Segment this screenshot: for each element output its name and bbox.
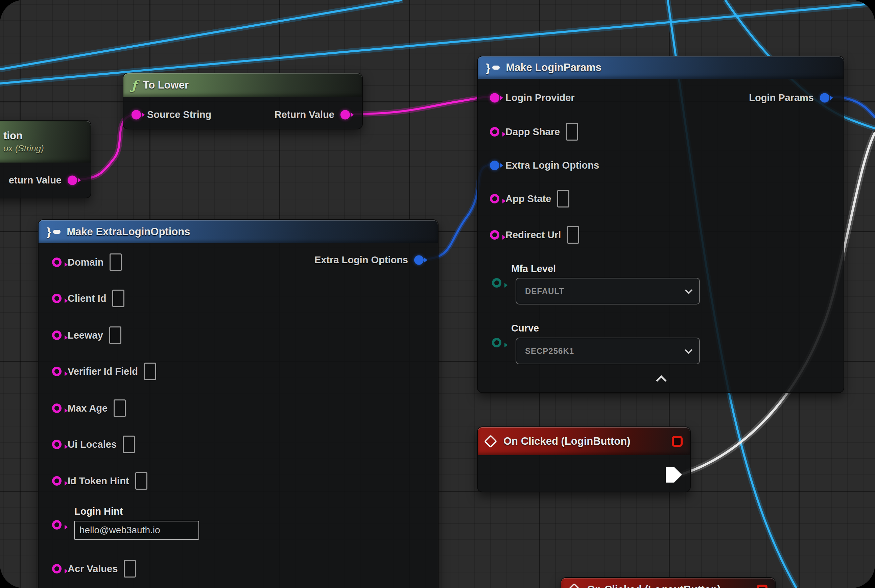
output-pin-extra-login-options[interactable] [414, 255, 424, 265]
node-subtitle: ox (String) [3, 143, 44, 154]
input-pin-max-age[interactable] [52, 404, 62, 413]
mfa-level-label: Mfa Level [511, 263, 556, 274]
chevron-down-icon [685, 346, 693, 354]
make-struct-icon: } [486, 61, 500, 74]
input-pin-dapp-share[interactable] [490, 127, 499, 136]
id-token-hint-checkbox[interactable] [135, 472, 147, 490]
input-pin-id-token-hint[interactable] [52, 476, 62, 486]
app-state-checkbox[interactable] [557, 190, 569, 207]
node-title: On Clicked (LoginButton) [504, 435, 630, 447]
exec-output-pin[interactable] [666, 467, 682, 483]
node-title: Make LoginParams [506, 62, 601, 74]
verifier-id-field-checkbox[interactable] [144, 363, 156, 380]
pin-row: Max Age [52, 399, 126, 417]
node-on-clicked-login-button[interactable]: On Clicked (LoginButton) [477, 426, 691, 492]
mfa-level-value: DEFAULT [525, 286, 564, 296]
pin-row: Leeway [52, 327, 121, 344]
pin-row: Client Id [52, 290, 125, 307]
input-pin-ui-locales[interactable] [52, 440, 62, 449]
pin-row: Verifier Id Field [52, 363, 156, 380]
curve-value: SECP256K1 [525, 346, 574, 356]
output-pin-login-params[interactable] [820, 93, 829, 102]
pin-row: Domain [52, 254, 122, 271]
input-pin-redirect-url[interactable] [490, 230, 499, 240]
pin-row: App State [490, 190, 569, 207]
pin-label: Return Value [275, 109, 334, 120]
curve-label: Curve [511, 323, 539, 334]
pin-label: Source String [147, 109, 211, 120]
pin-label: Extra Login Options [314, 255, 408, 266]
node-partial-function[interactable]: tion ox (String) eturn Value [0, 120, 91, 198]
node-header[interactable]: On Clicked (LogoutButton) [561, 578, 775, 588]
pin-row: Ui Locales [52, 436, 135, 453]
node-to-lower[interactable]: ƒ To Lower Source String Return Value [123, 73, 363, 129]
leeway-checkbox[interactable] [109, 327, 121, 344]
event-diamond-icon [567, 583, 581, 588]
pin-label: Verifier Id Field [68, 366, 138, 377]
node-make-extra-login-options[interactable]: } Make ExtraLoginOptions Extra Login Opt… [38, 219, 439, 588]
dapp-share-checkbox[interactable] [566, 123, 578, 141]
input-pin-app-state[interactable] [490, 194, 499, 203]
node-title: tion [3, 130, 23, 142]
pin-label: Acr Values [68, 563, 118, 574]
pin-label: Dapp Share [505, 126, 560, 138]
node-title: Make ExtraLoginOptions [67, 226, 190, 238]
client-id-checkbox[interactable] [112, 290, 125, 307]
pin-label: Domain [68, 257, 104, 268]
node-header[interactable]: tion ox (String) [0, 121, 90, 162]
max-age-checkbox[interactable] [114, 399, 126, 417]
blueprint-canvas[interactable]: tion ox (String) eturn Value ƒ To Lower … [0, 0, 875, 588]
input-pin-login-provider[interactable] [490, 93, 499, 102]
input-pin-mfa-level[interactable] [492, 278, 501, 288]
collapse-node-chevron-icon[interactable] [656, 375, 666, 386]
output-pin-return-value[interactable] [340, 110, 350, 119]
pin-row: Id Token Hint [52, 472, 147, 490]
input-pin-client-id[interactable] [52, 294, 62, 303]
pin-label: Client Id [68, 293, 106, 304]
chevron-down-icon [685, 286, 693, 294]
login-hint-input[interactable] [74, 521, 199, 540]
pin-label: Id Token Hint [68, 476, 129, 487]
input-pin-login-hint[interactable] [52, 520, 62, 530]
make-struct-icon: } [47, 225, 60, 238]
delegate-pin[interactable] [757, 585, 767, 588]
node-header[interactable]: ƒ To Lower [123, 74, 362, 97]
node-header[interactable]: } Make LoginParams [478, 56, 843, 79]
input-pin-curve[interactable] [492, 338, 501, 347]
pin-label: Ui Locales [68, 439, 117, 450]
pin-label: Max Age [68, 403, 108, 414]
acr-values-checkbox[interactable] [124, 560, 136, 578]
ui-locales-checkbox[interactable] [123, 436, 135, 453]
pin-row: Acr Values [52, 560, 136, 578]
pin-label: App State [505, 193, 551, 204]
delegate-pin[interactable] [672, 436, 683, 447]
function-icon: ƒ [132, 78, 137, 92]
redirect-url-checkbox[interactable] [567, 226, 579, 244]
login-hint-label: Login Hint [74, 506, 123, 517]
pin-label: Login Provider [505, 92, 575, 104]
pin-label: Extra Login Options [505, 160, 599, 171]
input-pin-acr-values[interactable] [52, 564, 62, 573]
input-pin-source-string[interactable] [132, 110, 141, 119]
node-header[interactable]: On Clicked (LoginButton) [478, 427, 690, 455]
node-make-login-params[interactable]: } Make LoginParams Login Provider Login … [477, 56, 844, 393]
node-on-clicked-logout-button[interactable]: On Clicked (LogoutButton) [561, 577, 776, 588]
node-header[interactable]: } Make ExtraLoginOptions [39, 220, 438, 243]
pin-label: eturn Value [9, 175, 62, 186]
node-title: To Lower [143, 79, 189, 91]
input-pin-leeway[interactable] [52, 330, 62, 340]
curve-dropdown[interactable]: SECP256K1 [516, 338, 700, 364]
mfa-level-dropdown[interactable]: DEFAULT [516, 278, 700, 304]
input-pin-verifier-id-field[interactable] [52, 367, 62, 376]
output-pin-return-value[interactable] [68, 176, 77, 185]
input-pin-domain[interactable] [52, 258, 62, 267]
input-pin-extra-login-options[interactable] [490, 160, 499, 170]
pin-row: Dapp Share [490, 123, 578, 141]
domain-checkbox[interactable] [110, 254, 122, 271]
pin-label: Leeway [68, 330, 103, 341]
node-title: On Clicked (LogoutButton) [587, 584, 721, 588]
pin-label: Redirect Url [505, 230, 561, 241]
pin-row: Redirect Url [490, 226, 579, 244]
event-diamond-icon [484, 435, 497, 448]
pin-label: Login Params [749, 92, 814, 104]
